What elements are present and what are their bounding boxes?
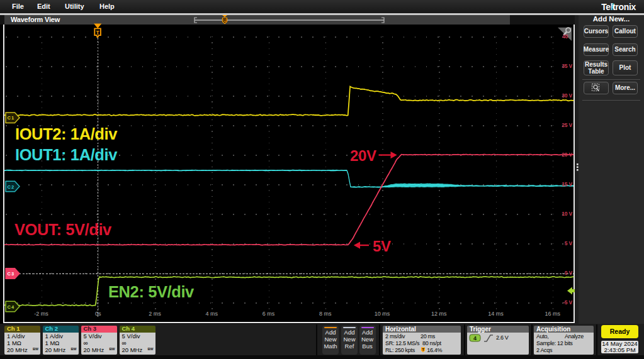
svg-text:C1: C1 xyxy=(8,115,15,121)
svg-text:4: 4 xyxy=(473,335,477,341)
svg-text:C4: C4 xyxy=(8,304,15,310)
svg-text:C3: C3 xyxy=(8,271,15,277)
svg-text:C2: C2 xyxy=(8,184,15,190)
svg-text:T: T xyxy=(96,30,99,36)
